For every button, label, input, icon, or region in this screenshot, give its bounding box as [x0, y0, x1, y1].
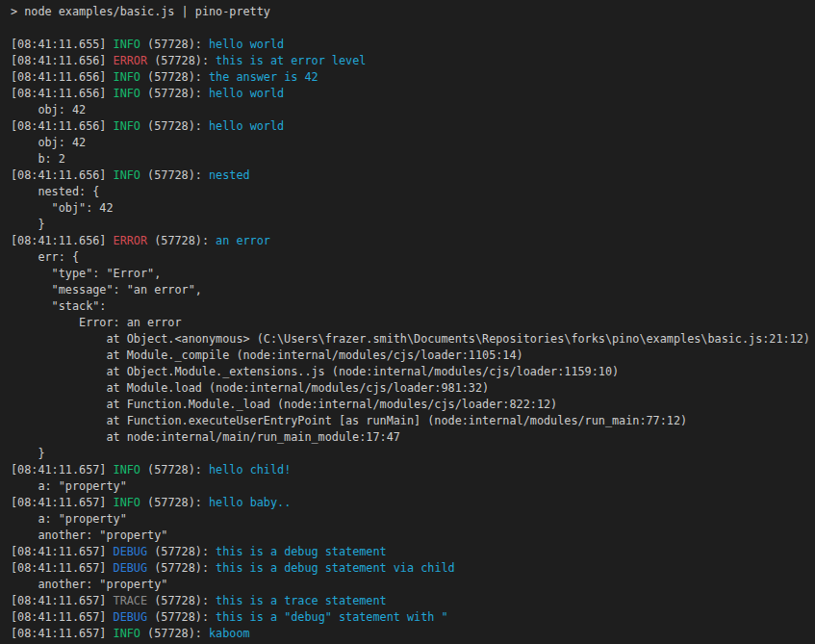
command-text: node examples/basic.js | pino-pretty	[24, 5, 270, 18]
log-line: [08:41:11.657] DEBUG (57728): this is a …	[11, 544, 815, 560]
log-context-line: at node:internal/main/run_main_module:17…	[11, 429, 815, 446]
log-message: hello child!	[209, 463, 291, 477]
log-level: DEBUG	[114, 561, 148, 575]
log-level: ERROR	[114, 234, 148, 247]
log-line: [08:41:11.657] DEBUG (57728): this is a …	[11, 560, 815, 577]
log-context-line: obj: 42	[11, 135, 815, 151]
log-context-line: at Function.executeUserEntryPoint [as ru…	[11, 413, 815, 429]
log-timestamp: [08:41:11.656]	[11, 119, 106, 133]
log-pid: (57728):	[154, 545, 209, 558]
log-context-line: err: {	[11, 249, 815, 266]
log-pid: (57728):	[147, 463, 202, 477]
log-level: INFO	[114, 463, 140, 477]
log-context-line: "message": "an error",	[11, 282, 815, 298]
log-level: INFO	[114, 627, 140, 640]
log-message: this is a debug statement	[216, 545, 387, 558]
log-message: hello baby..	[209, 496, 291, 509]
log-message: this is at error level	[216, 54, 366, 67]
log-context-line: "stack":	[11, 298, 815, 315]
log-message: hello world	[209, 38, 284, 51]
command-line: > node examples/basic.js | pino-pretty	[11, 4, 815, 20]
log-context-line: }	[11, 446, 815, 462]
log-level: INFO	[114, 70, 140, 84]
log-level: INFO	[114, 168, 140, 182]
log-level: DEBUG	[114, 545, 148, 558]
log-message: the answer is 42	[209, 70, 318, 84]
log-timestamp: [08:41:11.657]	[11, 545, 106, 558]
log-pid: (57728):	[147, 70, 202, 84]
log-context-line: another: "property"	[11, 577, 815, 593]
log-pid: (57728):	[147, 119, 202, 133]
log-context-line: }	[11, 217, 815, 233]
log-context-line: Error: an error	[11, 315, 815, 331]
log-pid: (57728):	[154, 561, 209, 575]
log-context-line: at Module.load (node:internal/modules/cj…	[11, 380, 815, 397]
log-message: hello world	[209, 119, 284, 133]
log-line: [08:41:11.657] INFO (57728): hello child…	[11, 462, 815, 478]
log-context-line: another: "property"	[11, 528, 815, 544]
log-pid: (57728):	[147, 168, 202, 182]
log-context-line: nested: {	[11, 184, 815, 200]
log-line: [08:41:11.656] INFO (57728): the answer …	[11, 69, 815, 86]
log-timestamp: [08:41:11.656]	[11, 234, 106, 247]
log-level: INFO	[114, 87, 140, 100]
log-line: [08:41:11.656] INFO (57728): hello world	[11, 118, 815, 135]
log-line: [08:41:11.657] INFO (57728): kaboom	[11, 626, 815, 642]
log-message: this is a debug statement via child	[216, 561, 455, 575]
log-context-line: obj: 42	[11, 102, 815, 118]
log-line: [08:41:11.656] INFO (57728): nested	[11, 167, 815, 184]
log-message: an error	[216, 234, 270, 247]
log-timestamp: [08:41:11.657]	[11, 561, 106, 575]
log-context-line: at Module._compile (node:internal/module…	[11, 348, 815, 364]
log-level: INFO	[114, 496, 140, 509]
log-pid: (57728):	[147, 87, 202, 100]
log-line: [08:41:11.655] INFO (57728): hello world	[11, 37, 815, 53]
log-timestamp: [08:41:11.655]	[11, 38, 106, 51]
log-level: INFO	[114, 119, 140, 133]
log-timestamp: [08:41:11.657]	[11, 627, 106, 640]
log-level: INFO	[114, 38, 140, 51]
log-timestamp: [08:41:11.656]	[11, 54, 106, 67]
log-message: this is a "debug" statement with "	[216, 610, 447, 624]
log-message: hello world	[209, 87, 284, 100]
log-pid: (57728):	[147, 627, 202, 640]
log-context-line: b: 2	[11, 151, 815, 167]
log-timestamp: [08:41:11.656]	[11, 70, 106, 84]
log-line: [08:41:11.656] ERROR (57728): this is at…	[11, 53, 815, 69]
log-pid: (57728):	[154, 54, 209, 67]
log-context-line: a: "property"	[11, 478, 815, 495]
log-timestamp: [08:41:11.657]	[11, 496, 106, 509]
log-line: [08:41:11.657] DEBUG (57728): this is a …	[11, 609, 815, 626]
log-level: TRACE	[114, 594, 148, 607]
log-timestamp: [08:41:11.657]	[11, 594, 106, 607]
log-context-line: at Object.Module._extensions..js (node:i…	[11, 364, 815, 380]
log-context-line	[11, 20, 815, 37]
log-context-line: "obj": 42	[11, 200, 815, 217]
log-pid: (57728):	[147, 38, 202, 51]
log-level: ERROR	[114, 54, 148, 67]
log-line: [08:41:11.657] TRACE (57728): this is a …	[11, 593, 815, 609]
log-pid: (57728):	[154, 610, 209, 624]
terminal-output-area[interactable]: > node examples/basic.js | pino-pretty […	[0, 0, 815, 644]
log-level: DEBUG	[114, 610, 148, 624]
log-pid: (57728):	[154, 234, 209, 247]
log-timestamp: [08:41:11.656]	[11, 168, 106, 182]
log-line: [08:41:11.656] INFO (57728): hello world	[11, 86, 815, 102]
log-message: this is a trace statement	[216, 594, 387, 607]
log-pid: (57728):	[147, 496, 202, 509]
log-timestamp: [08:41:11.656]	[11, 87, 106, 100]
log-context-line: at Object.<anonymous> (C:\Users\frazer.s…	[11, 331, 815, 348]
log-context-line: "type": "Error",	[11, 266, 815, 282]
log-line: [08:41:11.656] ERROR (57728): an error	[11, 233, 815, 249]
log-timestamp: [08:41:11.657]	[11, 610, 106, 624]
log-message: kaboom	[209, 627, 250, 640]
log-context-line: a: "property"	[11, 511, 815, 528]
log-line: [08:41:11.657] INFO (57728): hello baby.…	[11, 495, 815, 511]
log-context-line: at Function.Module._load (node:internal/…	[11, 397, 815, 413]
log-timestamp: [08:41:11.657]	[11, 463, 106, 477]
log-message: nested	[209, 168, 250, 182]
log-pid: (57728):	[154, 594, 209, 607]
log-lines-container: [08:41:11.655] INFO (57728): hello world…	[11, 20, 815, 642]
